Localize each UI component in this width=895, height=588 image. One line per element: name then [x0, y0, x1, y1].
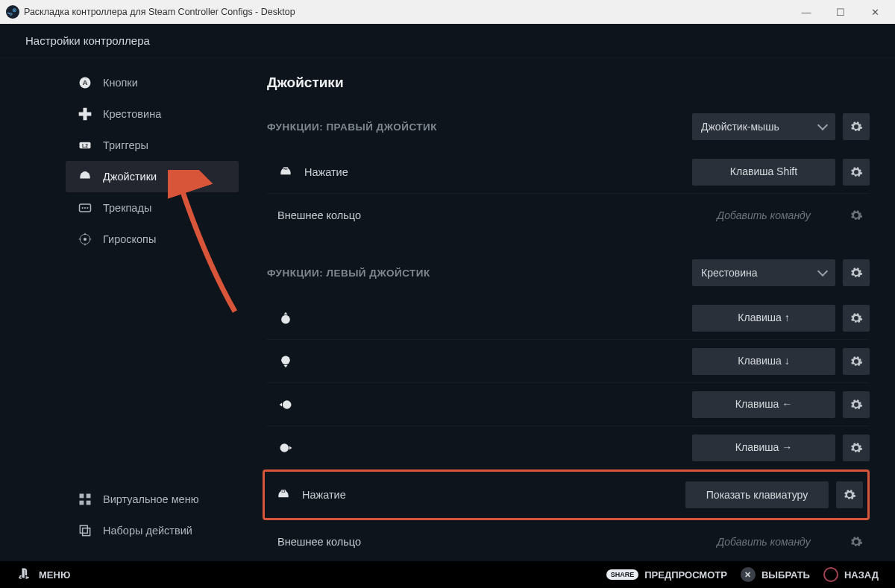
svg-point-10 — [82, 207, 84, 209]
sidebar-item-dpad[interactable]: Крестовина — [66, 98, 239, 130]
right-click-binding-button[interactable]: Клавиша Shift — [692, 159, 835, 186]
page-header-title: Настройки контроллера — [25, 34, 150, 47]
left-down-settings-button[interactable] — [843, 348, 870, 375]
layers-icon — [78, 523, 92, 538]
sidebar-item-action-sets[interactable]: Наборы действий — [66, 515, 239, 546]
gyro-icon — [78, 232, 92, 247]
svg-text:L2: L2 — [82, 143, 88, 148]
stick-left-icon — [277, 396, 294, 413]
grid-icon — [78, 492, 92, 507]
stick-right-icon — [277, 440, 294, 456]
right-joystick-settings-button[interactable] — [843, 113, 870, 140]
svg-rect-18 — [87, 501, 91, 505]
svg-point-25 — [283, 400, 292, 409]
left-down-binding-button[interactable]: Клавиша ↓ — [692, 348, 835, 375]
window-maximize-button[interactable]: ☐ — [823, 0, 858, 24]
left-click-binding-button[interactable]: Показать клавиатуру — [685, 481, 829, 508]
stick-up-icon — [277, 310, 294, 326]
svg-rect-19 — [80, 525, 87, 533]
sidebar-item-label: Виртуальное меню — [103, 493, 199, 505]
triggers-icon: L2 — [78, 138, 92, 153]
buttons-icon: A — [78, 75, 92, 90]
sidebar-item-label: Гироскопы — [103, 233, 156, 245]
sidebar-item-label: Наборы действий — [103, 525, 192, 537]
svg-rect-16 — [87, 494, 91, 499]
left-joystick-behaviour-dropdown[interactable]: Крестовина — [692, 259, 835, 286]
right-joystick-behaviour-dropdown[interactable]: Джойстик-мышь — [692, 113, 835, 140]
svg-text:L3: L3 — [282, 490, 286, 493]
joysticks-icon — [78, 169, 92, 184]
left-right-binding-button[interactable]: Клавиша → — [692, 434, 835, 461]
menu-label[interactable]: МЕНЮ — [39, 569, 70, 581]
sidebar-item-label: Кнопки — [103, 77, 138, 89]
svg-point-26 — [280, 443, 289, 452]
back-button[interactable]: НАЗАД — [823, 567, 879, 582]
sidebar-item-joysticks[interactable]: Джойстики — [66, 161, 239, 192]
circle-icon — [823, 567, 838, 582]
svg-point-13 — [84, 238, 87, 241]
chevron-down-icon — [817, 266, 828, 276]
left-outer-ring-add-button[interactable]: Добавить команду — [692, 528, 835, 555]
row-label: Нажатие — [302, 489, 346, 501]
svg-rect-8 — [84, 171, 87, 174]
svg-text:A: A — [83, 79, 88, 86]
window-titlebar: Раскладка контроллера для Steam Controll… — [0, 0, 895, 24]
sidebar-item-label: Крестовина — [103, 108, 161, 120]
sidebar-item-gyro[interactable]: Гироскопы — [66, 224, 239, 255]
left-click-settings-button[interactable] — [836, 481, 863, 508]
sidebar-item-virtual-menu[interactable]: Виртуальное меню — [66, 484, 239, 515]
content-title: Джойстики — [267, 75, 870, 91]
svg-rect-20 — [83, 528, 90, 536]
sidebar: A Кнопки Крестовина L2 Триггеры Джойстик… — [0, 58, 239, 561]
r3-click-icon: R3 — [277, 164, 294, 180]
row-label: Нажатие — [304, 166, 348, 178]
left-left-binding-button[interactable]: Клавиша ← — [692, 391, 835, 418]
svg-point-23 — [281, 314, 290, 323]
sidebar-item-label: Трекпады — [103, 202, 151, 214]
playstation-icon — [16, 566, 31, 584]
section-right-label: ФУНКЦИИ: ПРАВЫЙ ДЖОЙСТИК — [267, 121, 437, 133]
content: Джойстики ФУНКЦИИ: ПРАВЫЙ ДЖОЙСТИК Джойс… — [239, 58, 895, 561]
svg-point-24 — [281, 355, 290, 364]
share-badge: SHARE — [606, 569, 639, 580]
row-label: Внешнее кольцо — [277, 209, 361, 221]
window-close-button[interactable]: ✕ — [858, 0, 892, 24]
cross-icon: ✕ — [741, 567, 756, 582]
svg-text:R3: R3 — [283, 166, 288, 170]
dpad-icon — [78, 107, 92, 121]
window-minimize-button[interactable]: — — [789, 0, 823, 24]
sidebar-item-buttons[interactable]: A Кнопки — [66, 67, 239, 98]
left-outer-ring-settings-button[interactable] — [843, 528, 870, 555]
right-outer-ring-settings-button[interactable] — [843, 202, 870, 229]
page-header: Настройки контроллера — [0, 24, 895, 58]
svg-point-12 — [87, 207, 88, 209]
highlight-annotation: L3 Нажатие Показать клавиатуру — [263, 470, 870, 520]
window-title: Раскладка контроллера для Steam Controll… — [24, 7, 295, 17]
steam-icon — [6, 5, 19, 19]
left-joystick-settings-button[interactable] — [843, 259, 870, 286]
right-click-settings-button[interactable] — [843, 159, 870, 186]
sidebar-item-label: Джойстики — [103, 171, 157, 183]
sidebar-item-label: Триггеры — [103, 139, 148, 151]
sidebar-item-triggers[interactable]: L2 Триггеры — [66, 130, 239, 161]
svg-rect-15 — [80, 494, 84, 499]
left-left-settings-button[interactable] — [843, 391, 870, 418]
l3-click-icon: L3 — [275, 487, 292, 503]
stick-down-icon — [277, 353, 294, 370]
trackpads-icon — [78, 200, 92, 215]
chevron-down-icon — [817, 120, 828, 130]
svg-point-0 — [8, 7, 18, 17]
preview-button[interactable]: SHARE ПРЕДПРОСМОТР — [606, 569, 727, 581]
row-label: Внешнее кольцо — [277, 536, 361, 548]
sidebar-item-trackpads[interactable]: Трекпады — [66, 192, 239, 224]
left-up-binding-button[interactable]: Клавиша ↑ — [692, 305, 835, 332]
select-button[interactable]: ✕ ВЫБРАТЬ — [741, 567, 810, 582]
dropdown-value: Джойстик-мышь — [701, 121, 779, 133]
section-left-label: ФУНКЦИИ: ЛЕВЫЙ ДЖОЙСТИК — [267, 268, 430, 279]
left-up-settings-button[interactable] — [843, 305, 870, 332]
right-outer-ring-add-button[interactable]: Добавить команду — [692, 202, 835, 229]
svg-point-2 — [13, 10, 15, 11]
svg-rect-17 — [80, 501, 84, 505]
dropdown-value: Крестовина — [701, 267, 758, 279]
left-right-settings-button[interactable] — [843, 434, 870, 461]
